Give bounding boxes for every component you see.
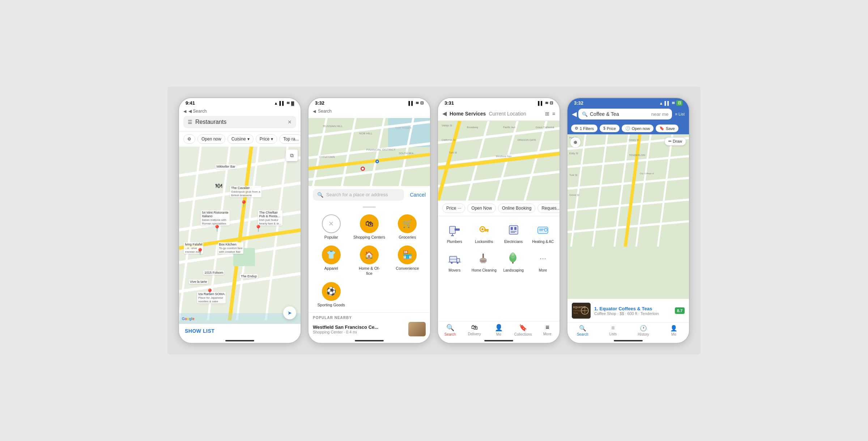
svg-rect-55 [455,228,460,231]
service-electricians[interactable]: Electricians [499,219,528,247]
phone1-back-arrow[interactable]: ◀ [183,109,186,114]
layer-button[interactable]: ⧉ [286,150,298,161]
filter-filters[interactable]: ⚙ 1 Filters [571,125,597,132]
map-label-1015: 1015 Folsom [203,270,224,275]
service-plumbers[interactable]: Plumbers [440,219,469,247]
filter-reques[interactable]: Reques... [537,203,559,213]
sporting-goods-label: Sporting Goods [317,302,345,307]
filter-price[interactable]: Price ··· [442,203,465,213]
clock-icon: 🕐 [625,126,630,131]
svg-text:Broadway: Broadway [467,126,478,129]
category-home-office[interactable]: 🏠 Home & Of-fice [351,243,387,278]
service-heating-ac[interactable]: Heating & AC [529,219,558,247]
phone4-lists-icon: ≡ [611,325,614,331]
list-label: List [678,112,685,116]
phone4-nav-me[interactable]: 👤 Me [659,325,689,336]
nearby-item-westfield[interactable]: Westfield San Francisco Ce... Shopping C… [313,322,426,336]
phone4-back-button[interactable]: ◀ [572,110,577,118]
phone2-search-input[interactable]: 🔍 Search for a place or address [313,189,404,201]
category-apparel[interactable]: 👕 Apparel [313,243,349,278]
draw-label: Draw [673,139,682,143]
phone4-nav-search[interactable]: 🔍 Search [567,325,598,336]
shopping-centers-icon: 🛍 [360,214,379,233]
category-groceries[interactable]: 🛒 Groceries [389,212,426,242]
service-locksmiths[interactable]: Locksmiths [470,219,499,247]
show-list-button[interactable]: SHOW LIST [185,328,214,334]
category-shopping-centers[interactable]: 🛍 Shopping Centers [351,212,387,242]
phone4-nav-lists[interactable]: ≡ Lists [598,325,628,336]
filter-online-booking[interactable]: Online Booking [498,203,535,213]
category-convenience[interactable]: 🏪 Convenience [389,243,426,278]
phone3-nav-title: Home Services [450,111,486,117]
phone3-status-bar: 3:31 ▌▌ ≋ ⊡ [438,98,559,107]
map-pin-1: 📍 [240,200,248,208]
draw-button[interactable]: ✏ Draw [664,137,686,146]
bottom-nav-more[interactable]: ≡ More [535,324,559,336]
result-distance: 600 ft · Tenderloin [627,311,659,316]
collections-nav-label: Collections [514,332,532,336]
phone3-back-button[interactable]: ◀ [442,110,447,117]
home-office-label: Home & Of-fice [359,266,380,276]
list-icon[interactable]: ≡ [552,111,555,117]
map-label-theendup: The Endup [240,274,258,278]
navigation-arrow[interactable]: ➤ [283,306,296,319]
category-popular[interactable]: ✕ Popular [313,212,349,242]
filter-open-now[interactable]: 🕐 Open now [622,125,654,132]
phone4-search-bar-container: ◀ 🔍 Coffee & Tea near me ≡ List [567,107,689,122]
phone4-map[interactable]: Post St Geary St Eddy St Turk St Grove S… [567,134,689,299]
close-icon[interactable]: ✕ [288,119,292,125]
map-pin-6: 🍽 [216,182,222,190]
result-card-equator[interactable]: EQUATOR COFFEES & TEAS 1. Equator Coffee… [567,299,689,322]
phone4-history-label: History [638,332,649,336]
phone2-status-icons: ▌▌ ≋ ⊡ [408,101,424,105]
filter-icon[interactable]: ⊞ [545,111,549,117]
phone3-bottom-nav: 🔍 Search 🛍 Delivery 👤 Me 🔖 Collections ≡… [438,321,559,338]
bottom-nav-delivery[interactable]: 🛍 Delivery [462,324,486,336]
result-sub: Coffee Shop · $$ · 600 ft · Tenderloin [594,311,671,316]
locksmiths-icon-box [476,222,492,238]
bottom-nav-collections[interactable]: 🔖 Collections [511,324,535,336]
phone4-nav-history[interactable]: 🕐 History [628,325,659,336]
filter-top-rated[interactable]: Top ra... [279,134,301,144]
filter-open-now[interactable]: Open now [197,134,225,144]
landscaping-icon [507,252,520,265]
show-list-bar: SHOW LIST [179,324,301,338]
location-icon: ⊕ [574,140,577,145]
phone4-bottom-nav: 🔍 Search ≡ Lists 🕐 History 👤 Me [567,322,689,338]
screen-container: 9:41 ▲ ▌▌ ≋ ▓ ◀ ◀ Search ☰ Restaurants ✕… [167,87,701,354]
svg-rect-64 [514,227,516,230]
filter-cuisine[interactable]: Cuisine ▾ [227,134,254,144]
service-movers[interactable]: Movers [440,248,469,276]
phone1-search-bar[interactable]: ☰ Restaurants ✕ [183,116,296,128]
phone4-lists-label: Lists [609,332,617,336]
result-rating: 8.7 [675,307,685,314]
phone4-list-button[interactable]: ≡ List [672,112,685,116]
service-home-cleaning[interactable]: Home Cleaning [470,248,499,276]
svg-text:Westfield San: Westfield San [496,155,511,158]
svg-rect-62 [509,226,518,234]
bottom-nav-me[interactable]: 👤 Me [486,324,511,336]
phone3-map[interactable]: Vallejo St Broadway Pacific Ave Grace Ca… [438,121,559,201]
phone3-time: 3:31 [444,100,454,106]
phone2-back-arrow[interactable]: ◀ [313,109,316,114]
filter-save[interactable]: 🔖 Save [656,125,678,132]
filter-price[interactable]: Price ▾ [256,134,277,144]
svg-text:CHINATOWN: CHINATOWN [319,156,335,158]
filter-price[interactable]: $ Price [600,125,620,132]
service-more[interactable]: ··· More [529,248,558,276]
cancel-button[interactable]: Cancel [407,192,426,198]
svg-text:RUSSIAN HILL: RUSSIAN HILL [323,125,343,128]
phone4-search-input[interactable]: 🔍 Coffee & Tea near me [578,109,672,119]
phone4-search-row: ◀ 🔍 Coffee & Tea near me ≡ List [572,109,685,119]
filter-tune[interactable]: ⚙ [183,134,195,144]
filter-open-now[interactable]: Open Now [467,203,496,213]
location-button[interactable]: ⊕ [570,137,580,147]
category-sporting-goods[interactable]: ⚽ Sporting Goods [313,280,349,310]
phone2-map[interactable]: RUSSIAN HILL NOB HILL FINANCIAL DISTRICT… [309,118,430,186]
service-landscaping[interactable]: Landscaping [499,248,528,276]
phone1-map[interactable]: Mikkeller Bar The CavalierGastropub grub… [179,147,301,324]
phone4-status-icons: ▲ ▌▌ ≋ ⊡ [659,100,682,106]
phone1-status-bar: 9:41 ▲ ▌▌ ≋ ▓ [179,98,301,107]
bottom-nav-search[interactable]: 🔍 Search [438,324,462,336]
filter-icon: ⚙ [575,126,578,131]
